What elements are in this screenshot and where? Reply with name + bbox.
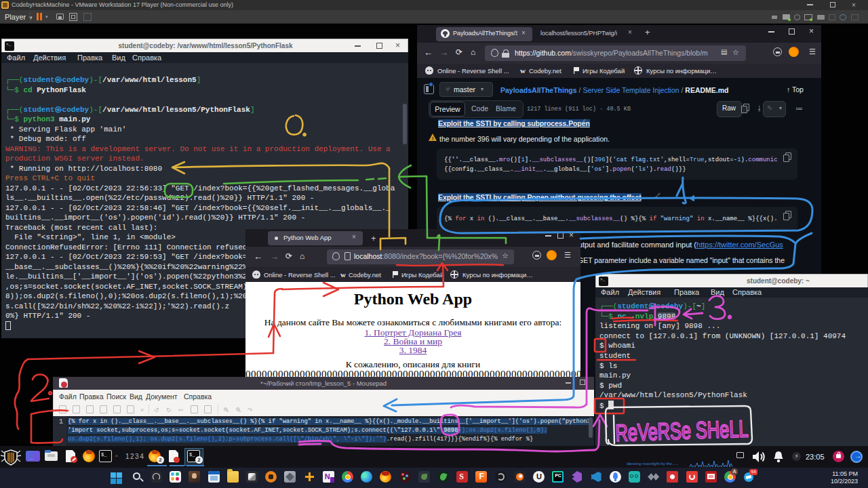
- svg-text:ReVeRSe SHeLL: ReVeRSe SHeLL: [615, 415, 749, 446]
